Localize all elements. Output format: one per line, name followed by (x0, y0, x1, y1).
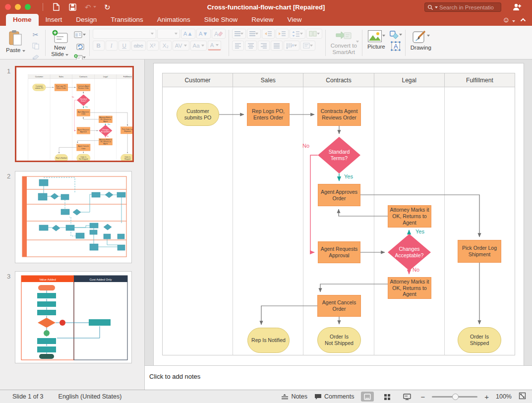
slide-thumbnail-1-selected[interactable]: Customer Sales Contracts Legal Fulfillme… (15, 66, 134, 162)
zoom-slider[interactable] (432, 396, 477, 398)
thumb1-flow-node-agent-approves-order: Agent Approves Order (77, 109, 90, 116)
notes-pane[interactable]: Click to add notes (145, 365, 532, 390)
font-size-select[interactable] (157, 29, 180, 39)
normal-view-icon (364, 394, 371, 400)
drawing-group: Drawing (409, 28, 433, 58)
lane-header-customer[interactable]: Customer (163, 73, 233, 87)
convert-to-smartart-button[interactable]: Convert to SmartArt (329, 29, 359, 58)
minimize-button[interactable] (15, 4, 21, 10)
character-spacing-button[interactable]: AV (173, 41, 189, 51)
save-icon[interactable] (68, 3, 77, 11)
line-spacing-button[interactable] (290, 29, 305, 39)
flow-node-contracts-agent-reviews-order[interactable]: Contracts Agent Reviews Order (317, 103, 361, 126)
decrease-indent-icon[interactable] (262, 29, 275, 39)
lane-header-legal[interactable]: Legal (374, 73, 445, 87)
tab-design[interactable]: Design (69, 14, 104, 26)
reset-slide-icon[interactable] (73, 42, 86, 51)
zoom-in-button[interactable]: + (484, 393, 489, 401)
flow-node-pick-order-log-shipment[interactable]: Pick Order Log Shipment (458, 240, 501, 263)
justify-icon[interactable] (271, 41, 283, 51)
zoom-percentage[interactable]: 100% (496, 393, 512, 400)
align-center-icon[interactable] (245, 41, 257, 51)
slide-sorter-view-button[interactable] (381, 392, 394, 402)
search-box[interactable] (424, 2, 501, 12)
fit-slide-button[interactable] (519, 392, 526, 401)
numbering-button[interactable] (247, 29, 261, 39)
new-document-icon[interactable] (52, 2, 60, 11)
flow-node-attorney-marks-ok-2[interactable]: Attorney Marks it OK, Returns to Agent (388, 277, 431, 299)
redo-icon[interactable]: ↻ (104, 3, 111, 11)
grow-font-button[interactable]: A▲ (181, 29, 195, 39)
lane-header-fulfillment[interactable]: Fulfillment (445, 73, 515, 87)
smartart-icon (335, 30, 352, 42)
increase-indent-icon[interactable] (276, 29, 289, 39)
shrink-font-button[interactable]: A▼ (196, 29, 211, 39)
align-right-icon[interactable] (258, 41, 270, 51)
copy-icon[interactable] (29, 42, 42, 51)
bold-button[interactable]: B (93, 41, 105, 51)
flow-node-order-is-shipped[interactable]: Order Is Shipped (458, 327, 501, 353)
tab-insert[interactable]: Insert (39, 14, 69, 26)
flow-node-attorney-marks-ok-1[interactable]: Attorney Marks it OK, Returns to Agent (388, 205, 431, 228)
language-indicator[interactable]: English (United States) (59, 393, 122, 400)
align-left-icon[interactable] (232, 41, 244, 51)
search-input[interactable] (439, 4, 494, 10)
text-direction-button[interactable]: A (284, 41, 299, 51)
strikethrough-button[interactable]: abe (131, 41, 146, 51)
collapse-ribbon-icon[interactable] (520, 18, 526, 22)
thumbnail-number: 3 (7, 273, 10, 280)
flow-node-customer-submits-po[interactable]: Customer submits PO (177, 103, 219, 126)
paste-button[interactable]: Paste (4, 29, 27, 55)
flow-node-agent-requests-approval[interactable]: Agent Requests Approval (318, 241, 360, 263)
shapes-icon[interactable] (389, 30, 402, 39)
zoom-window-button[interactable] (25, 4, 31, 10)
drawing-button[interactable]: Drawing (409, 29, 433, 52)
tab-review[interactable]: Review (244, 14, 280, 26)
zoom-out-button[interactable]: − (420, 393, 425, 401)
zoom-slider-knob[interactable] (452, 394, 459, 400)
normal-view-button[interactable] (361, 392, 374, 402)
tab-home[interactable]: Home (6, 14, 39, 26)
slide-canvas[interactable]: Customer Sales Contracts Legal Fulfillme… (154, 63, 524, 365)
notes-toggle-button[interactable]: Notes (281, 393, 307, 400)
slideshow-view-button[interactable] (401, 392, 414, 402)
picture-button[interactable]: Picture (365, 29, 387, 51)
slide-thumbnail-3[interactable]: Value Added Cost Added Only (15, 271, 132, 363)
clear-formatting-icon[interactable]: A (212, 29, 226, 39)
lane-header-sales[interactable]: Sales (233, 73, 303, 87)
tab-slide-show[interactable]: Slide Show (197, 14, 245, 26)
comments-toggle-button[interactable]: Comments (314, 393, 354, 400)
bullets-button[interactable] (232, 29, 246, 39)
undo-icon[interactable]: ↶ (85, 2, 96, 11)
lane-header-contracts[interactable]: Contracts (303, 73, 374, 87)
thumb1-edge-label-changes-yes: Yes (108, 123, 111, 125)
underline-button[interactable]: U (118, 41, 130, 51)
superscript-button[interactable]: X² (147, 41, 159, 51)
tab-transitions[interactable]: Transitions (104, 14, 150, 26)
close-button[interactable] (5, 4, 11, 10)
flow-node-agent-approves-order[interactable]: Agent Approves Order (318, 184, 360, 206)
columns-button[interactable] (306, 29, 322, 39)
svg-text:A: A (394, 43, 398, 50)
slide-1-preview: Customer Sales Contracts Legal Fulfillme… (16, 67, 132, 161)
cut-icon[interactable]: ✂ (29, 30, 42, 39)
align-text-button[interactable] (300, 41, 315, 51)
share-add-person-icon[interactable] (512, 3, 522, 11)
flow-node-rep-is-notified[interactable]: Rep Is Notified (247, 328, 290, 353)
tab-animations[interactable]: Animations (150, 14, 197, 26)
feedback-smiley-icon[interactable]: ☺ (502, 15, 515, 24)
slide-layout-icon[interactable] (73, 30, 86, 39)
flow-node-rep-logs-po[interactable]: Rep Logs PO, Enters Order (247, 103, 290, 126)
slide-thumbnail-2[interactable] (15, 171, 132, 263)
font-color-button[interactable]: A (208, 41, 221, 51)
subscript-button[interactable]: X₂ (160, 41, 172, 51)
tab-view[interactable]: View (280, 14, 308, 26)
window-header: ↶ ↻ Cross-functional-flow-chart [Repaire… (0, 0, 532, 26)
new-slide-button[interactable]: New Slide (49, 29, 71, 58)
font-name-select[interactable] (93, 29, 156, 39)
flow-node-order-is-not-shipped[interactable]: Order Is Not Shipped (317, 327, 361, 353)
flow-node-agent-cancels-order[interactable]: Agent Cancels Order (317, 295, 361, 317)
text-box-icon[interactable]: A (389, 42, 402, 51)
change-case-button[interactable]: Aa (190, 41, 207, 51)
italic-button[interactable]: I (106, 41, 118, 51)
